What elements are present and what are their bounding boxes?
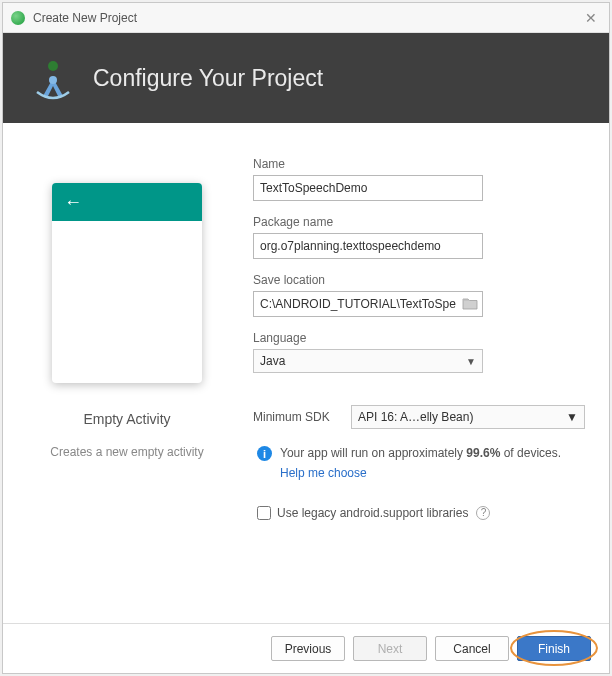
field-language: Language Java ▼ <box>253 331 585 373</box>
content-area: ← Empty Activity Creates a new empty act… <box>3 123 609 623</box>
header-banner: Configure Your Project <box>3 33 609 123</box>
previous-button[interactable]: Previous <box>271 636 345 661</box>
field-min-sdk: Minimum SDK API 16: A…elly Bean) ▼ <box>253 405 585 429</box>
field-package: Package name <box>253 215 585 259</box>
phone-appbar: ← <box>52 183 202 221</box>
footer-buttons: Previous Next Cancel Finish <box>3 623 609 673</box>
app-icon <box>11 11 25 25</box>
titlebar: Create New Project ✕ <box>3 3 609 33</box>
legacy-checkbox-row: Use legacy android.support libraries ? <box>253 506 585 520</box>
preview-column: ← Empty Activity Creates a new empty act… <box>27 153 227 603</box>
min-sdk-value: API 16: A…elly Bean) <box>358 410 473 424</box>
name-input[interactable] <box>253 175 483 201</box>
min-sdk-select[interactable]: API 16: A…elly Bean) ▼ <box>351 405 585 429</box>
package-input[interactable] <box>253 233 483 259</box>
next-button: Next <box>353 636 427 661</box>
activity-template-desc: Creates a new empty activity <box>50 445 203 459</box>
package-label: Package name <box>253 215 585 229</box>
dialog-window: Create New Project ✕ Configure Your Proj… <box>2 2 610 674</box>
help-me-choose-link[interactable]: Help me choose <box>280 465 367 482</box>
phone-preview: ← <box>52 183 202 383</box>
language-label: Language <box>253 331 585 345</box>
finish-button[interactable]: Finish <box>517 636 591 661</box>
cancel-button[interactable]: Cancel <box>435 636 509 661</box>
info-icon: i <box>257 446 272 461</box>
field-location: Save location <box>253 273 585 317</box>
header-title: Configure Your Project <box>93 65 323 92</box>
sdk-info: i Your app will run on approximately 99.… <box>253 445 585 482</box>
svg-point-0 <box>48 61 58 71</box>
browse-folder-icon[interactable] <box>462 296 478 310</box>
legacy-checkbox[interactable] <box>257 506 271 520</box>
activity-template-name: Empty Activity <box>83 411 170 427</box>
sdk-info-text: Your app will run on approximately 99.6%… <box>280 445 561 482</box>
location-label: Save location <box>253 273 585 287</box>
chevron-down-icon: ▼ <box>466 356 476 367</box>
help-icon[interactable]: ? <box>476 506 490 520</box>
android-studio-icon <box>31 56 75 100</box>
field-name: Name <box>253 157 585 201</box>
chevron-down-icon: ▼ <box>566 410 578 424</box>
window-title: Create New Project <box>33 11 581 25</box>
language-select[interactable]: Java ▼ <box>253 349 483 373</box>
back-arrow-icon: ← <box>64 192 82 213</box>
language-value: Java <box>260 354 285 368</box>
form-column: Name Package name Save location Lang <box>253 153 585 603</box>
close-icon[interactable]: ✕ <box>581 10 601 26</box>
min-sdk-label: Minimum SDK <box>253 410 341 424</box>
name-label: Name <box>253 157 585 171</box>
location-input[interactable] <box>253 291 483 317</box>
svg-point-1 <box>49 76 57 84</box>
legacy-label: Use legacy android.support libraries <box>277 506 468 520</box>
